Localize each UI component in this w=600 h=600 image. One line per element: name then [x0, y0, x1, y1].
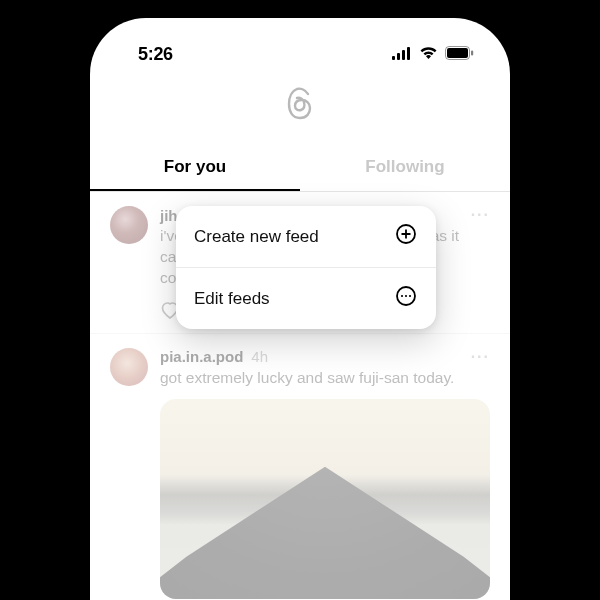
post-text: got extremely lucky and saw fuji-san tod…: [160, 368, 490, 389]
svg-rect-6: [471, 50, 473, 55]
post-body: pia.in.a.pod 4h ··· got extremely lucky …: [160, 348, 490, 599]
status-time: 5:26: [138, 44, 173, 65]
phone-frame: 5:26 For you Following: [90, 18, 510, 600]
svg-rect-3: [407, 47, 410, 60]
tab-for-you[interactable]: For you: [90, 145, 300, 191]
svg-rect-1: [397, 53, 400, 60]
status-icons: [392, 46, 474, 64]
popover-item-label: Create new feed: [194, 227, 319, 247]
clouds-decoration: [160, 475, 490, 525]
post-timestamp: 4h: [251, 348, 268, 365]
battery-icon: [445, 46, 474, 64]
tab-following[interactable]: Following: [300, 145, 510, 191]
wifi-icon: [419, 46, 438, 64]
post-more-icon[interactable]: ···: [471, 206, 490, 224]
create-new-feed-button[interactable]: Create new feed: [176, 206, 436, 267]
post-more-icon[interactable]: ···: [471, 348, 490, 366]
post-image[interactable]: [160, 399, 490, 599]
tabs: For you Following: [90, 145, 510, 191]
threads-logo-icon: [283, 85, 317, 127]
svg-rect-2: [402, 50, 405, 60]
tab-baseline: [90, 191, 510, 192]
status-bar: 5:26: [90, 18, 510, 71]
svg-rect-0: [392, 56, 395, 60]
feeds-popover: Create new feed Edit feeds: [176, 206, 436, 329]
svg-point-11: [401, 295, 403, 297]
svg-point-13: [409, 295, 411, 297]
avatar[interactable]: [110, 206, 148, 244]
edit-feeds-button[interactable]: Edit feeds: [176, 267, 436, 329]
tab-underline: [90, 189, 300, 191]
post-username[interactable]: pia.in.a.pod: [160, 348, 243, 365]
mountain-decoration: [160, 449, 490, 599]
cellular-icon: [392, 46, 412, 64]
svg-point-12: [405, 295, 407, 297]
post[interactable]: pia.in.a.pod 4h ··· got extremely lucky …: [90, 334, 510, 600]
app-header: [90, 71, 510, 145]
plus-circle-icon: [394, 222, 418, 251]
post-divider: [90, 333, 510, 334]
popover-item-label: Edit feeds: [194, 289, 270, 309]
avatar[interactable]: [110, 348, 148, 386]
post-head: pia.in.a.pod 4h ···: [160, 348, 490, 366]
more-circle-icon: [394, 284, 418, 313]
svg-rect-5: [447, 48, 468, 58]
